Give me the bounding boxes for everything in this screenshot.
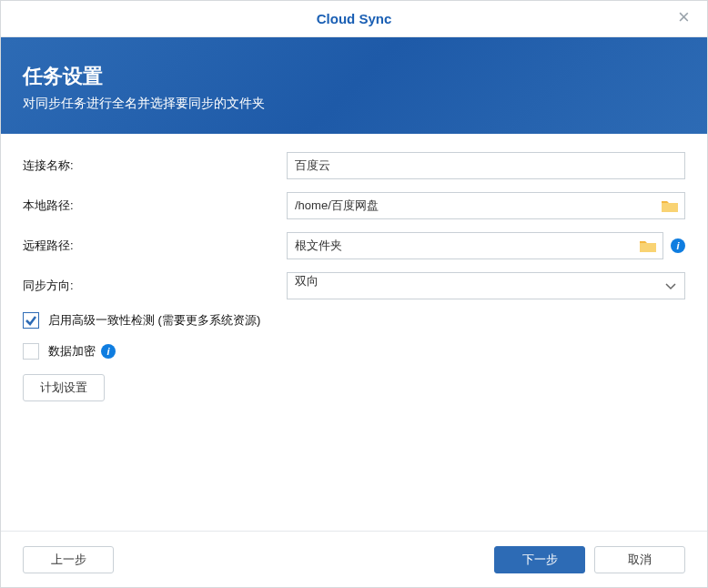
titlebar: Cloud Sync × <box>1 1 707 37</box>
connection-name-label: 连接名称: <box>23 157 287 174</box>
window-title: Cloud Sync <box>317 11 392 26</box>
remote-path-label: 远程路径: <box>23 238 287 254</box>
banner: 任务设置 对同步任务进行全名并选择要同步的文件夹 <box>1 37 707 134</box>
close-button[interactable]: × <box>678 10 694 26</box>
next-button[interactable]: 下一步 <box>494 546 585 573</box>
sync-direction-select[interactable]: 双向 <box>287 272 685 299</box>
row-connection-name: 连接名称: <box>23 152 685 179</box>
folder-icon[interactable] <box>640 239 656 252</box>
encrypt-label-text: 数据加密 <box>48 343 96 360</box>
row-encrypt: 数据加密 i <box>23 343 685 360</box>
schedule-button[interactable]: 计划设置 <box>23 374 105 401</box>
advanced-check-label: 启用高级一致性检测 (需要更多系统资源) <box>48 312 260 329</box>
advanced-check-checkbox[interactable] <box>23 312 39 329</box>
remote-path-input[interactable] <box>287 232 663 259</box>
row-remote-path: 远程路径: i <box>23 232 685 259</box>
banner-title: 任务设置 <box>23 63 685 90</box>
row-sync-direction: 同步方向: 双向 <box>23 272 685 299</box>
local-path-label: 本地路径: <box>23 198 287 214</box>
local-path-input[interactable] <box>287 192 685 219</box>
info-icon[interactable]: i <box>671 238 685 253</box>
footer: 上一步 下一步 取消 <box>1 531 707 587</box>
row-local-path: 本地路径: <box>23 192 685 219</box>
encrypt-checkbox[interactable] <box>23 343 39 360</box>
prev-button[interactable]: 上一步 <box>23 546 114 573</box>
form-area: 连接名称: 本地路径: 远程路径: i <box>1 134 707 531</box>
folder-icon[interactable] <box>662 199 678 212</box>
cancel-button[interactable]: 取消 <box>594 546 685 573</box>
dialog-window: Cloud Sync × 任务设置 对同步任务进行全名并选择要同步的文件夹 连接… <box>0 0 708 588</box>
banner-subtitle: 对同步任务进行全名并选择要同步的文件夹 <box>23 96 685 112</box>
info-icon[interactable]: i <box>101 344 116 359</box>
row-advanced-check: 启用高级一致性检测 (需要更多系统资源) <box>23 312 685 329</box>
sync-direction-label: 同步方向: <box>23 278 287 294</box>
connection-name-input[interactable] <box>287 152 685 179</box>
encrypt-label: 数据加密 i <box>48 343 116 360</box>
